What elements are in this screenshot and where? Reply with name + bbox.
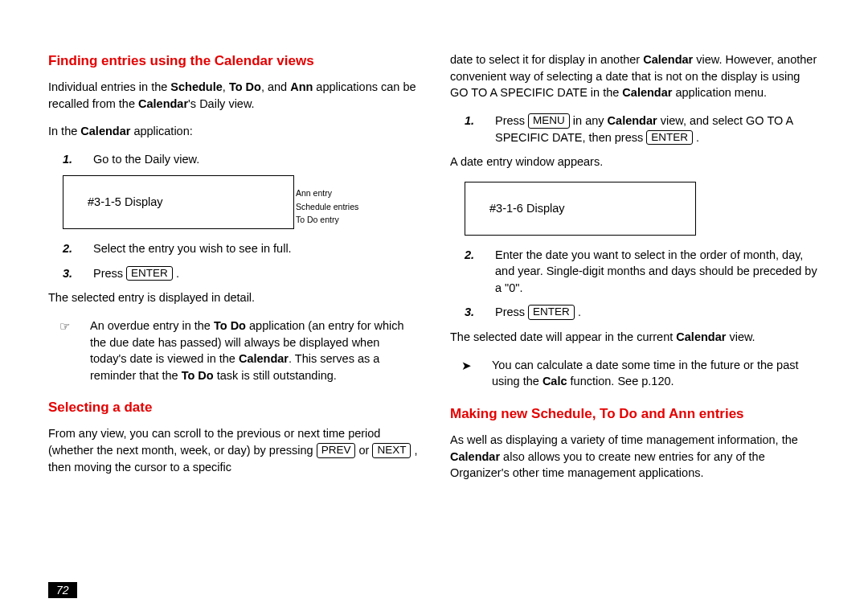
- text: application:: [130, 125, 192, 137]
- heading-finding-entries: Finding entries using the Calendar views: [48, 51, 418, 71]
- text: function. See p.120.: [567, 375, 674, 388]
- text: 's Daily view.: [188, 97, 255, 110]
- app-calendar: Calendar: [622, 86, 672, 99]
- result-line: A date entry window appears.: [450, 154, 820, 170]
- intro-paragraph: Individual entries in the Schedule, To D…: [48, 79, 418, 112]
- display-side-labels: Ann entry Schedule entries To Do entry: [296, 187, 358, 226]
- step-body: Enter the date you want to select in the…: [495, 247, 820, 297]
- tip-body: You can calculate a date some time in th…: [492, 357, 820, 390]
- text: date to select it for display in another: [450, 53, 643, 66]
- text: Individual entries in the: [48, 80, 170, 93]
- step-number: 2.: [450, 247, 495, 297]
- selecting-date-paragraph: From any view, you can scroll to the pre…: [48, 425, 418, 475]
- step-2: 2. Select the entry you wish to see in f…: [48, 240, 418, 257]
- step-number: 1.: [48, 151, 93, 168]
- side-label-ann: Ann entry: [296, 187, 358, 199]
- step-1: 1. Press MENU in any Calendar view, and …: [450, 113, 820, 146]
- app-calc: Calc: [542, 375, 567, 388]
- context-line: In the Calendar application:: [48, 123, 418, 140]
- arrow-icon: ➤: [450, 357, 492, 390]
- step-body: Press MENU in any Calendar view, and sel…: [495, 113, 820, 146]
- prev-key: PREV: [317, 443, 356, 458]
- app-todo: To Do: [229, 80, 261, 93]
- side-label-todo: To Do entry: [296, 213, 358, 226]
- text: Press: [93, 267, 126, 280]
- enter-key: ENTER: [528, 305, 575, 320]
- note-overdue: ☞ An overdue entry in the To Do applicat…: [48, 318, 418, 383]
- app-calendar: Calendar: [239, 352, 289, 365]
- display-box-3-1-6: #3-1-6 Display: [465, 182, 696, 236]
- app-calendar: Calendar: [450, 450, 500, 463]
- left-column: Finding entries using the Calendar views…: [48, 51, 418, 493]
- menu-key: MENU: [528, 113, 570, 129]
- app-schedule: Schedule: [170, 80, 222, 93]
- text: ,: [223, 80, 229, 93]
- display-figure-wrap: #3-1-5 Display Ann entry Schedule entrie…: [63, 175, 418, 229]
- text: task is still outstanding.: [214, 369, 337, 382]
- display-box-3-1-5: #3-1-5 Display: [63, 175, 294, 229]
- tip-calc: ➤ You can calculate a date some time in …: [450, 357, 820, 390]
- text: Press: [495, 306, 528, 318]
- step-2: 2. Enter the date you want to select in …: [450, 247, 820, 297]
- text: .: [173, 267, 179, 280]
- app-calendar: Calendar: [676, 330, 726, 343]
- heading-making-entries: Making new Schedule, To Do and Ann entri…: [450, 404, 820, 424]
- app-calendar: Calendar: [138, 97, 188, 110]
- text: The selected date will appear in the cur…: [450, 330, 676, 343]
- step-3: 3. Press ENTER .: [450, 304, 820, 321]
- text: , and: [261, 80, 290, 93]
- text: in any: [570, 114, 608, 127]
- step-1: 1. Go to the Daily view.: [48, 151, 418, 168]
- step-number: 1.: [450, 113, 495, 146]
- right-column: date to select it for display in another…: [450, 51, 820, 493]
- step-number: 2.: [48, 240, 93, 257]
- display-figure-wrap: #3-1-6 Display: [465, 182, 820, 236]
- enter-key: ENTER: [646, 130, 693, 146]
- app-calendar: Calendar: [608, 114, 657, 127]
- step-number: 3.: [450, 304, 495, 321]
- heading-selecting-date: Selecting a date: [48, 398, 418, 417]
- step-body: Go to the Daily view.: [93, 151, 418, 168]
- manual-page: Finding entries using the Calendar views…: [0, 0, 868, 611]
- pointing-hand-icon: ☞: [48, 318, 90, 383]
- next-key: NEXT: [372, 443, 411, 458]
- result-line: The selected date will appear in the cur…: [450, 329, 820, 346]
- text: application menu.: [672, 86, 767, 99]
- page-number: 72: [48, 582, 77, 598]
- text: or: [355, 444, 372, 457]
- text: .: [575, 306, 581, 318]
- app-todo: To Do: [214, 319, 246, 332]
- text: view.: [726, 330, 755, 343]
- continuation-paragraph: date to select it for display in another…: [450, 51, 820, 101]
- app-calendar: Calendar: [643, 53, 693, 66]
- text: Press: [495, 114, 528, 127]
- text: .: [693, 131, 699, 144]
- text: In the: [48, 125, 80, 137]
- app-calendar: Calendar: [80, 125, 130, 137]
- result-line: The selected entry is displayed in detai…: [48, 289, 418, 306]
- text: An overdue entry in the: [90, 319, 214, 332]
- step-number: 3.: [48, 265, 93, 282]
- step-3: 3. Press ENTER .: [48, 265, 418, 282]
- text: As well as displaying a variety of time …: [450, 433, 798, 446]
- step-body: Select the entry you wish to see in full…: [93, 240, 418, 257]
- step-body: Press ENTER .: [93, 265, 418, 282]
- enter-key: ENTER: [126, 266, 173, 281]
- app-ann: Ann: [290, 80, 313, 93]
- two-column-layout: Finding entries using the Calendar views…: [48, 51, 820, 493]
- making-entries-paragraph: As well as displaying a variety of time …: [450, 432, 820, 482]
- side-label-schedule: Schedule entries: [296, 200, 358, 213]
- note-body: An overdue entry in the To Do applicatio…: [90, 318, 418, 383]
- app-todo: To Do: [182, 369, 214, 382]
- step-body: Press ENTER .: [495, 304, 820, 321]
